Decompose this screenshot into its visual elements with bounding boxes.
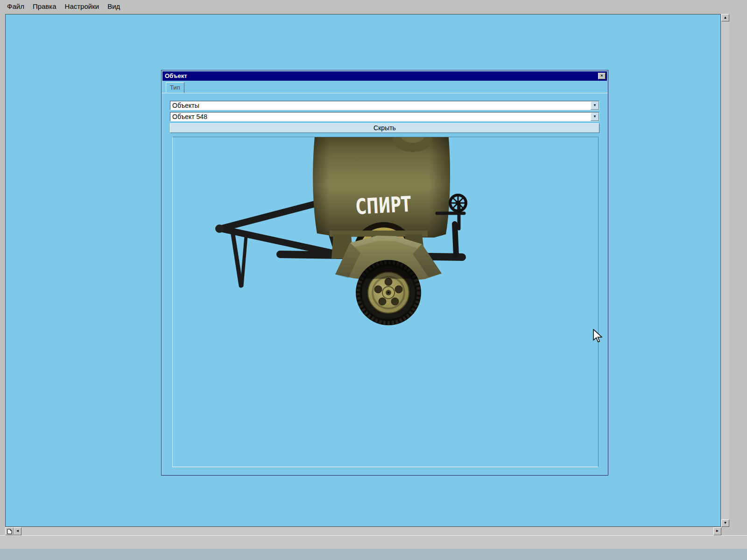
object-combobox[interactable]: Объект 548 ▼ xyxy=(170,112,599,121)
scroll-right-icon: ► xyxy=(716,529,719,533)
tab-type[interactable]: Тип xyxy=(166,82,184,93)
status-bar xyxy=(0,535,747,549)
object-dropdown-button[interactable]: ▼ xyxy=(591,112,599,121)
close-button[interactable]: × xyxy=(598,73,606,79)
close-icon: × xyxy=(600,73,603,78)
chevron-down-icon: ▼ xyxy=(593,114,597,119)
menu-edit[interactable]: Правка xyxy=(28,2,61,10)
vertical-scrollbar[interactable]: ▲ ▼ xyxy=(721,14,729,527)
category-combobox-value: Объекты xyxy=(170,101,591,110)
page-icon xyxy=(7,529,12,534)
dialog-titlebar[interactable]: Объект × xyxy=(162,71,607,81)
corner-page-button[interactable] xyxy=(5,527,14,535)
scroll-down-icon: ▼ xyxy=(724,521,727,525)
valve-handwheel xyxy=(450,195,466,211)
horizontal-scrollbar[interactable]: ◄ ► xyxy=(5,527,721,535)
model-preview-viewport[interactable]: СПИРТ xyxy=(172,137,599,467)
model-label: СПИРТ xyxy=(355,191,412,219)
category-combobox[interactable]: Объекты ▼ xyxy=(170,101,599,110)
vertical-scroll-track[interactable] xyxy=(721,21,729,519)
scroll-up-button[interactable]: ▲ xyxy=(721,14,729,21)
trailer-tank-model: СПИРТ xyxy=(173,137,598,467)
scroll-left-button[interactable]: ◄ xyxy=(14,527,21,535)
tab-strip: Тип xyxy=(162,82,608,93)
scroll-right-button[interactable]: ► xyxy=(713,527,721,535)
object-dialog: Объект × Тип Объекты ▼ Объект 548 ▼ Скры… xyxy=(161,70,608,476)
front-wheel xyxy=(356,260,421,325)
menu-file[interactable]: Файл xyxy=(3,2,28,10)
scroll-down-button[interactable]: ▼ xyxy=(721,519,729,527)
bottom-edge-strip xyxy=(0,549,747,560)
hide-button[interactable]: Скрыть xyxy=(170,123,599,133)
scroll-left-icon: ◄ xyxy=(16,529,20,533)
mouse-cursor xyxy=(593,329,602,343)
menu-view[interactable]: Вид xyxy=(103,2,124,10)
chevron-down-icon: ▼ xyxy=(593,103,597,107)
scrollbar-corner xyxy=(721,527,729,535)
dialog-title: Объект xyxy=(162,72,187,79)
object-combobox-value: Объект 548 xyxy=(170,112,591,121)
horizontal-scroll-track[interactable] xyxy=(21,527,713,535)
menu-settings[interactable]: Настройки xyxy=(61,2,104,10)
category-dropdown-button[interactable]: ▼ xyxy=(591,101,599,110)
menu-bar: Файл Правка Настройки Вид xyxy=(0,0,747,13)
scroll-up-icon: ▲ xyxy=(724,15,727,20)
